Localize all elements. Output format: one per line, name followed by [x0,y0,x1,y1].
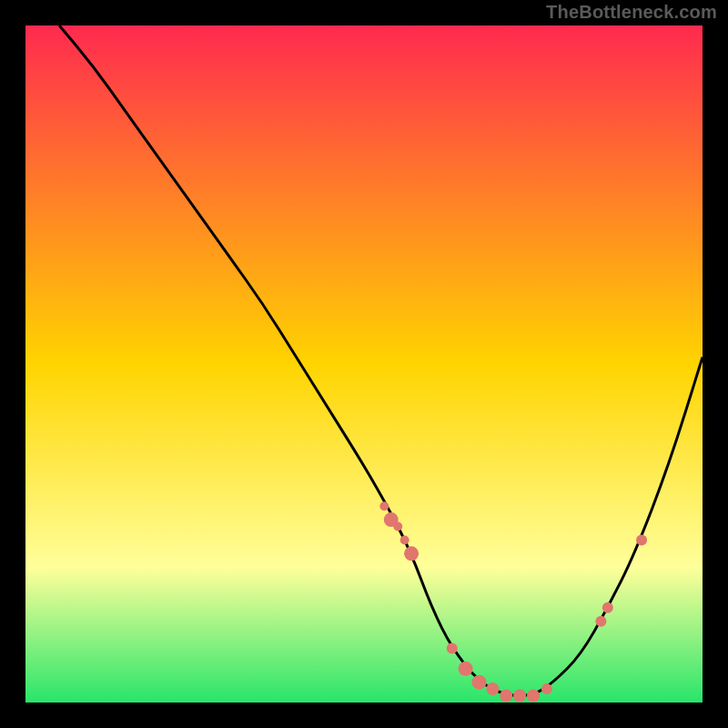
marker-dot [513,690,526,703]
marker-dot [459,662,473,676]
marker-dot [527,690,540,703]
marker-dot [500,690,512,703]
marker-dot [595,616,606,627]
marker-dot [447,642,458,653]
marker-dot [541,683,552,694]
watermark-text: TheBottleneck.com [546,2,717,23]
marker-dot [602,602,613,613]
marker-dot [636,534,647,545]
marker-dot [486,682,499,695]
chart-frame: TheBottleneck.com [0,0,728,728]
marker-dot [471,675,486,690]
gradient-bg [25,25,703,703]
chart-svg [25,25,703,703]
marker-dot [400,535,410,544]
marker-dot [404,546,419,561]
marker-dot [379,501,389,511]
marker-dot [393,522,402,531]
plot-area [25,25,703,703]
